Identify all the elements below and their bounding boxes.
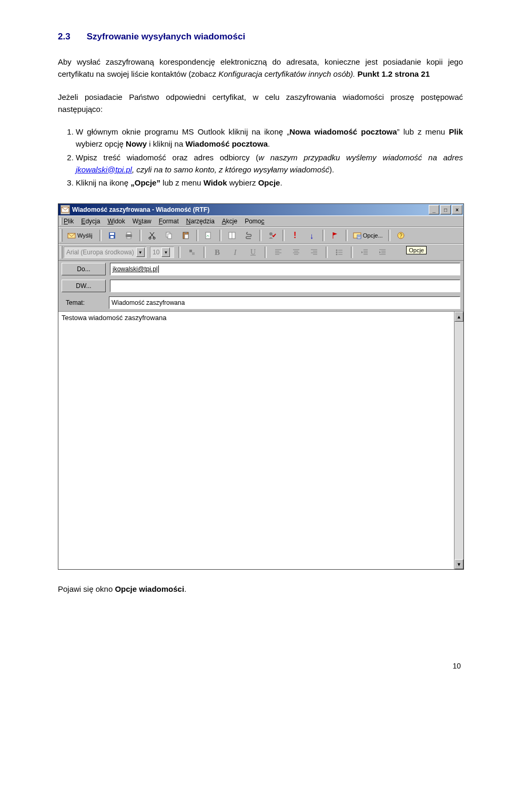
- help-button[interactable]: ?: [393, 229, 408, 242]
- flag-button[interactable]: [328, 229, 342, 242]
- titlebar: Wiadomość zaszyfrowana - Wiadomość (RTF)…: [58, 204, 463, 215]
- svg-marker-55: [379, 251, 381, 253]
- arrow-down-icon: ↓: [310, 231, 314, 240]
- toolbar-handle-icon[interactable]: [60, 229, 63, 242]
- svg-point-46: [336, 254, 338, 255]
- outdent-button[interactable]: [357, 246, 372, 259]
- maximize-button[interactable]: □: [440, 205, 451, 214]
- minimize-button[interactable]: _: [429, 205, 439, 214]
- chevron-down-icon: ▼: [161, 248, 170, 257]
- svg-point-42: [336, 250, 338, 251]
- to-input[interactable]: jkowalski@tpi.pl: [110, 263, 460, 275]
- svg-rect-5: [126, 234, 132, 237]
- size-value: 10: [153, 249, 159, 256]
- menu-narzedzia[interactable]: Narzędzia: [186, 218, 215, 225]
- underline-button[interactable]: U: [246, 246, 260, 259]
- size-combo[interactable]: 10 ▼: [150, 246, 174, 258]
- paste-button[interactable]: [178, 229, 193, 242]
- subject-value: Wiadomość zaszyfrowana: [112, 299, 185, 306]
- clipboard-icon: [181, 231, 190, 240]
- app-icon: [60, 205, 70, 214]
- importance-high-button[interactable]: !: [288, 229, 302, 242]
- menu-widok[interactable]: Widok: [107, 218, 125, 225]
- vertical-scrollbar[interactable]: ▲ ▼: [454, 312, 463, 569]
- italic-button[interactable]: I: [228, 246, 243, 259]
- subject-label: Temat:: [62, 297, 105, 309]
- steps-list: W głównym oknie programu MS Outlook klik…: [58, 126, 463, 189]
- align-right-icon: [310, 248, 318, 256]
- menu-pomoc[interactable]: Pomoc: [245, 218, 264, 225]
- send-icon: [67, 231, 76, 240]
- svg-rect-13: [168, 234, 171, 239]
- importance-low-button[interactable]: ↓: [305, 229, 319, 242]
- font-combo[interactable]: Arial (Europa środkowa) ▼: [64, 246, 147, 258]
- print-button[interactable]: [122, 229, 136, 242]
- svg-rect-6: [127, 232, 131, 234]
- indent-button[interactable]: [375, 246, 390, 259]
- help-icon: ?: [397, 231, 405, 240]
- save-button[interactable]: [105, 229, 119, 242]
- bullets-icon: [335, 248, 344, 256]
- toolbar-handle-icon[interactable]: [60, 246, 63, 259]
- body-textarea[interactable]: Testowa wiadomość zaszyfrowana: [58, 312, 454, 569]
- signature-button[interactable]: [201, 229, 216, 242]
- bullets-button[interactable]: [332, 246, 347, 259]
- svg-rect-7: [127, 237, 131, 239]
- menu-format[interactable]: Format: [159, 218, 179, 225]
- section-heading: 2.3 Szyfrowanie wysyłanych wiadomości: [58, 32, 463, 42]
- page-number: 10: [58, 662, 463, 670]
- envelope-icon: [61, 205, 69, 214]
- svg-marker-50: [361, 251, 363, 253]
- align-right-button[interactable]: [307, 246, 321, 259]
- menu-plik[interactable]: Plik: [64, 218, 74, 225]
- send-button[interactable]: Wyślij: [64, 229, 96, 242]
- heading-number: 2.3: [58, 32, 84, 42]
- menu-wstaw[interactable]: Wstaw: [133, 218, 152, 225]
- svg-rect-28: [189, 250, 192, 252]
- check-names-button[interactable]: [225, 229, 239, 242]
- close-button[interactable]: ×: [452, 205, 462, 214]
- font-value: Arial (Europa środkowa): [66, 249, 134, 256]
- mail-link[interactable]: jkowalski@tpi.pl: [76, 165, 132, 174]
- outdent-icon: [360, 248, 369, 256]
- attach-button[interactable]: [241, 229, 256, 242]
- align-left-icon: [274, 248, 282, 256]
- menu-akcje[interactable]: Akcje: [222, 218, 237, 225]
- svg-rect-3: [110, 233, 114, 235]
- subject-input[interactable]: Wiadomość zaszyfrowana: [109, 296, 460, 309]
- svg-point-20: [269, 232, 272, 235]
- cc-row: DW...: [58, 277, 463, 294]
- cut-button[interactable]: [145, 229, 159, 242]
- to-value: jkowalski@tpi.pl: [113, 265, 158, 273]
- scroll-down-icon[interactable]: ▼: [454, 559, 463, 569]
- to-button[interactable]: Do...: [62, 263, 106, 275]
- svg-text:?: ?: [399, 233, 402, 239]
- book-icon: [228, 231, 236, 240]
- body-area: Testowa wiadomość zaszyfrowana ▲ ▼: [58, 311, 463, 569]
- menubar: Plik Edycja Widok Wstaw Format Narzędzia…: [58, 215, 463, 227]
- font-color-button[interactable]: [185, 246, 199, 259]
- options-icon: [353, 231, 361, 240]
- menu-edycja[interactable]: Edycja: [81, 218, 100, 225]
- main-toolbar: Wyślij ! ↓ Opcje... ?: [58, 227, 463, 244]
- cc-button[interactable]: DW...: [62, 280, 106, 292]
- options-toolbar-button[interactable]: Opcje...: [351, 229, 385, 242]
- step-1: W głównym oknie programu MS Outlook klik…: [76, 126, 463, 150]
- align-left-button[interactable]: [271, 246, 286, 259]
- heading-title: Szyfrowanie wysyłanych wiadomości: [87, 32, 245, 42]
- align-center-button[interactable]: [289, 246, 304, 259]
- scroll-up-icon[interactable]: ▲: [454, 312, 463, 322]
- subject-row: Temat: Wiadomość zaszyfrowana: [58, 294, 463, 311]
- format-toolbar: Arial (Europa środkowa) ▼ 10 ▼ B I U: [58, 244, 463, 261]
- copy-button[interactable]: [161, 229, 176, 242]
- printer-icon: [125, 231, 133, 240]
- address-book-button[interactable]: [265, 229, 279, 242]
- cc-input[interactable]: [110, 280, 460, 292]
- paragraph-2: Jeżeli posiadacie Państwo odpowiedni cer…: [58, 91, 463, 116]
- bold-button[interactable]: B: [210, 246, 225, 259]
- footer-paragraph: Pojawi się okno Opcje wiadomości.: [58, 584, 463, 593]
- to-row: Do... jkowalski@tpi.pl: [58, 261, 463, 277]
- step-3: Kliknij na ikonę „Opcje” lub z menu Wido…: [76, 177, 463, 189]
- toolbar-handle-icon[interactable]: [60, 218, 63, 225]
- step-2: Wpisz treść wiadomość oraz adres odbiorc…: [76, 151, 463, 176]
